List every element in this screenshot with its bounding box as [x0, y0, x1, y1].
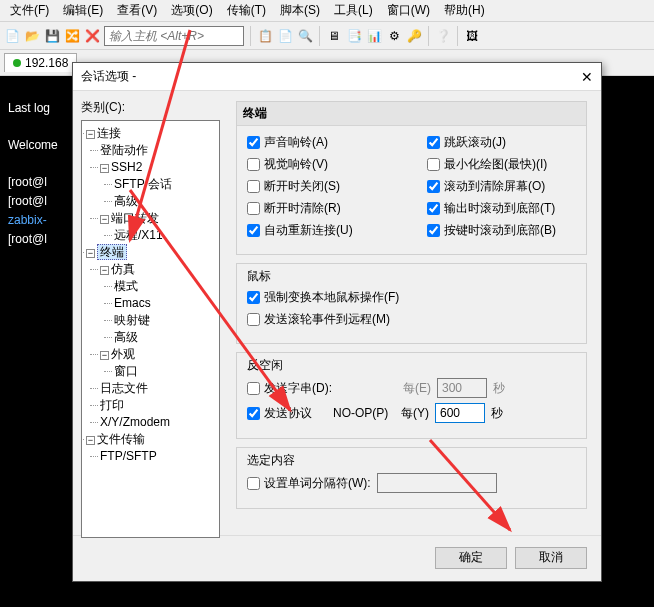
toolbar-icon[interactable]: ⚙: [386, 28, 402, 44]
tree-connection[interactable]: 连接: [97, 126, 121, 140]
label-sec2: 秒: [491, 405, 503, 422]
menubar: 文件(F) 编辑(E) 查看(V) 选项(O) 传输(T) 脚本(S) 工具(L…: [0, 0, 654, 22]
menu-options[interactable]: 选项(O): [165, 0, 218, 21]
menu-edit[interactable]: 编辑(E): [57, 0, 109, 21]
chk-sound[interactable]: 声音响铃(A): [247, 134, 387, 151]
chk-scrollout[interactable]: 输出时滚动到底部(T): [427, 200, 567, 217]
collapse-icon[interactable]: −: [86, 249, 95, 258]
input-every2[interactable]: [435, 403, 485, 423]
collapse-icon[interactable]: −: [100, 164, 109, 173]
label-every1: 每(E): [403, 380, 431, 397]
menu-window[interactable]: 窗口(W): [381, 0, 436, 21]
host-input[interactable]: [104, 26, 244, 46]
collapse-icon[interactable]: −: [100, 266, 109, 275]
cancel-button[interactable]: 取消: [515, 547, 587, 569]
toolbar-icon[interactable]: 📊: [366, 28, 382, 44]
tree-xyz[interactable]: X/Y/Zmodem: [100, 415, 170, 429]
settings-panel: 终端 声音响铃(A) 跳跃滚动(J) 视觉响铃(V) 最小化绘图(最快)(I) …: [228, 91, 601, 535]
close-icon[interactable]: ✕: [581, 69, 593, 85]
chk-autoreconn[interactable]: 自动重新连接(U): [247, 222, 387, 239]
toolbar-icon[interactable]: 🖼: [464, 28, 480, 44]
tree-mapkey[interactable]: 映射键: [114, 313, 150, 327]
chk-jumpscroll[interactable]: 跳跃滚动(J): [427, 134, 567, 151]
chk-visual[interactable]: 视觉响铃(V): [247, 156, 387, 173]
menu-file[interactable]: 文件(F): [4, 0, 55, 21]
collapse-icon[interactable]: −: [86, 130, 95, 139]
toolbar-icon[interactable]: 📄: [4, 28, 20, 44]
terminal-line: zabbix-: [8, 213, 47, 227]
collapse-icon[interactable]: −: [86, 436, 95, 445]
toolbar-icon[interactable]: ❌: [84, 28, 100, 44]
tab-label: 192.168: [25, 56, 68, 70]
label-every2: 每(Y): [401, 405, 429, 422]
menu-tools[interactable]: 工具(L): [328, 0, 379, 21]
toolbar-icon[interactable]: 🔀: [64, 28, 80, 44]
tree-emulation[interactable]: 仿真: [111, 262, 135, 276]
menu-transfer[interactable]: 传输(T): [221, 0, 272, 21]
tree-ssh2[interactable]: SSH2: [111, 160, 142, 174]
tree-port[interactable]: 端口转发: [111, 211, 159, 225]
menu-view[interactable]: 查看(V): [111, 0, 163, 21]
collapse-icon[interactable]: −: [100, 215, 109, 224]
tree-appearance[interactable]: 外观: [111, 347, 135, 361]
dialog-titlebar: 会话选项 - ✕: [73, 63, 601, 91]
terminal-line: Last log: [8, 101, 50, 115]
terminal-line: [root@l: [8, 175, 47, 189]
chk-scrollkey[interactable]: 按键时滚动到底部(B): [427, 222, 567, 239]
terminal-line: [root@l: [8, 232, 47, 246]
tree-window[interactable]: 窗口: [114, 364, 138, 378]
session-options-dialog: 会话选项 - ✕ 类别(C): −连接 登陆动作 −SSH2 SFTP 会话 高…: [72, 62, 602, 582]
chk-scrolltoclear[interactable]: 滚动到清除屏幕(O): [427, 178, 567, 195]
chk-clearondisc[interactable]: 断开时清除(R): [247, 200, 387, 217]
paste-icon[interactable]: 📄: [277, 28, 293, 44]
tree-emacs[interactable]: Emacs: [114, 296, 151, 310]
terminal-line: [root@l: [8, 194, 47, 208]
find-icon[interactable]: 🔍: [297, 28, 313, 44]
tree-login[interactable]: 登陆动作: [100, 143, 148, 157]
chk-sendstr[interactable]: 发送字串(D):: [247, 380, 397, 397]
tree-advanced[interactable]: 高级: [114, 330, 138, 344]
tree-sftp[interactable]: SFTP 会话: [114, 177, 172, 191]
group-sel-title: 选定内容: [247, 452, 576, 469]
toolbar-icon[interactable]: 🔑: [406, 28, 422, 44]
group-mouse-title: 鼠标: [247, 268, 576, 285]
menu-help[interactable]: 帮助(H): [438, 0, 491, 21]
tree-filetransfer[interactable]: 文件传输: [97, 432, 145, 446]
toolbar: 📄 📂 💾 🔀 ❌ 📋 📄 🔍 🖥 📑 📊 ⚙ 🔑 ❔ 🖼: [0, 22, 654, 50]
chk-worddelim[interactable]: 设置单词分隔符(W):: [247, 475, 371, 492]
group-idle-title: 反空闲: [247, 357, 576, 374]
ok-button[interactable]: 确定: [435, 547, 507, 569]
toolbar-icon[interactable]: 📑: [346, 28, 362, 44]
input-worddelim: [377, 473, 497, 493]
input-every1: [437, 378, 487, 398]
chk-sendproto[interactable]: 发送协议: [247, 405, 327, 422]
toolbar-icon[interactable]: 🖥: [326, 28, 342, 44]
category-tree[interactable]: −连接 登陆动作 −SSH2 SFTP 会话 高级 −端口转发 远程/X11: [81, 120, 220, 538]
group-terminal-title: 终端: [237, 102, 586, 126]
dialog-title: 会话选项 -: [81, 68, 136, 85]
help-icon[interactable]: ❔: [435, 28, 451, 44]
tree-remote[interactable]: 远程/X11: [114, 228, 163, 242]
chk-forcemouse[interactable]: 强制变换本地鼠标操作(F): [247, 289, 399, 306]
chk-minredraw[interactable]: 最小化绘图(最快)(I): [427, 156, 567, 173]
tree-mode[interactable]: 模式: [114, 279, 138, 293]
tree-advanced[interactable]: 高级: [114, 194, 138, 208]
copy-icon[interactable]: 📋: [257, 28, 273, 44]
tree-label: 类别(C):: [81, 99, 220, 116]
tree-terminal[interactable]: 终端: [97, 244, 127, 260]
label-noop: NO-OP(P): [333, 406, 395, 420]
toolbar-icon[interactable]: 📂: [24, 28, 40, 44]
chk-closeondisc[interactable]: 断开时关闭(S): [247, 178, 387, 195]
session-tab[interactable]: 192.168: [4, 53, 77, 72]
label-sec1: 秒: [493, 380, 505, 397]
chk-wheel[interactable]: 发送滚轮事件到远程(M): [247, 311, 390, 328]
tree-print[interactable]: 打印: [100, 398, 124, 412]
status-dot-icon: [13, 59, 21, 67]
tree-ftpsftp[interactable]: FTP/SFTP: [100, 449, 157, 463]
collapse-icon[interactable]: −: [100, 351, 109, 360]
tree-logfile[interactable]: 日志文件: [100, 381, 148, 395]
terminal-line: Welcome: [8, 138, 58, 152]
toolbar-icon[interactable]: 💾: [44, 28, 60, 44]
menu-script[interactable]: 脚本(S): [274, 0, 326, 21]
